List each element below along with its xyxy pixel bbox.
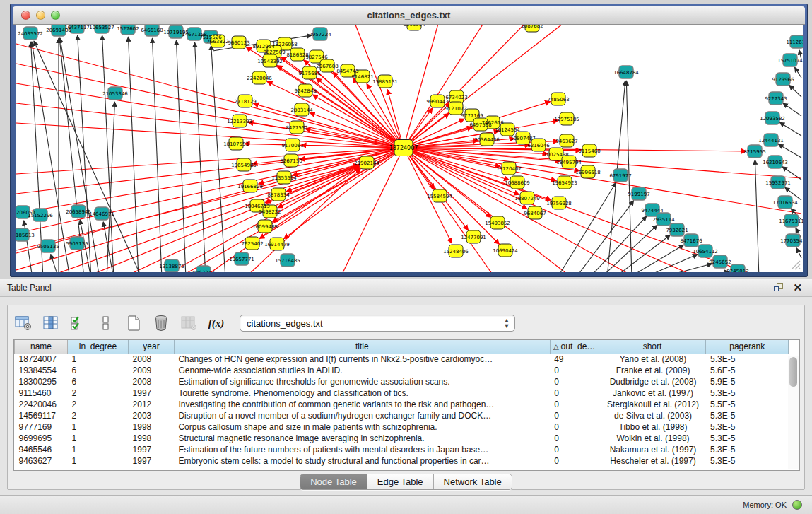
svg-text:20658945: 20658945 (66, 209, 91, 215)
svg-text:6497568: 6497568 (469, 122, 491, 128)
svg-text:21053346: 21053346 (102, 91, 128, 97)
svg-text:7932621: 7932621 (666, 228, 688, 233)
column-header-name[interactable]: name (15, 340, 68, 354)
svg-text:15716485: 15716485 (275, 258, 300, 264)
table-row[interactable]: 969969511998Structural magnetic resonanc… (15, 433, 789, 444)
minimize-window-button[interactable] (36, 11, 45, 20)
svg-text:21902144: 21902144 (354, 160, 379, 166)
svg-text:5905135: 5905135 (66, 241, 88, 247)
column-header-in_degree[interactable]: in_degree (67, 340, 128, 354)
table-settings-button[interactable] (13, 313, 33, 333)
table-tabs: Node Table Edge Table Network Table (300, 474, 512, 490)
svg-text:14646971: 14646971 (89, 211, 114, 217)
window-title: citations_edges.txt (13, 10, 805, 21)
svg-text:2935114: 2935114 (652, 217, 675, 223)
svg-text:24035572: 24035572 (18, 31, 43, 37)
svg-text:2087682: 2087682 (521, 25, 543, 29)
svg-text:8454749: 8454749 (336, 69, 358, 74)
svg-text:18807249: 18807249 (514, 196, 540, 201)
svg-text:9121072: 9121072 (445, 106, 466, 112)
close-panel-icon[interactable]: ✕ (793, 282, 802, 293)
new-table-button[interactable] (124, 313, 143, 333)
dropdown-arrows-icon: ▲▼ (502, 317, 514, 329)
scrollbar-thumb[interactable] (789, 357, 797, 387)
svg-text:10690424: 10690424 (493, 248, 518, 254)
svg-text:1112614: 1112614 (786, 40, 803, 45)
table-row[interactable]: 911546021997Tourette syndrome. Phenomeno… (15, 387, 789, 399)
svg-text:9115460: 9115460 (578, 148, 600, 154)
svg-text:7625402: 7625402 (241, 241, 263, 247)
row-options-button[interactable] (96, 313, 116, 333)
table-row[interactable]: 1938455462009Genome-wide association stu… (15, 365, 789, 376)
svg-text:9245012: 9245012 (726, 269, 748, 273)
svg-text:15584594: 15584594 (427, 194, 452, 199)
svg-text:8878334: 8878334 (267, 192, 290, 198)
svg-text:19654985: 19654985 (231, 163, 257, 168)
svg-text:15751074: 15751074 (777, 58, 803, 64)
delete-table-button[interactable] (151, 313, 171, 333)
column-header-title[interactable]: title (174, 340, 550, 354)
svg-text:6466160: 6466160 (141, 28, 163, 33)
svg-text:9505135: 9505135 (37, 244, 59, 250)
table-row[interactable]: 946362711997Embryonic stem cells: a mode… (15, 455, 789, 467)
function-icon: f(x) (208, 317, 225, 329)
svg-text:8427552: 8427552 (286, 125, 307, 131)
table-selector-value: citations_edges.txt (247, 318, 502, 329)
svg-text:9146821: 9146821 (351, 74, 373, 80)
table-scrollbar[interactable] (788, 356, 799, 469)
svg-text:16099489: 16099489 (252, 224, 278, 230)
resize-grip-icon[interactable] (790, 259, 801, 271)
status-bar: Memory: OK (0, 495, 812, 514)
tab-network-table[interactable]: Network Table (434, 474, 512, 489)
table-panel-body: f(x) citations_edges.txt ▲▼ namein_degre… (7, 305, 805, 490)
network-window-titlebar[interactable]: citations_edges.txt (13, 6, 805, 25)
table-selector-dropdown[interactable]: citations_edges.txt ▲▼ (240, 315, 515, 332)
column-header-pagerank[interactable]: pagerank (706, 340, 789, 354)
svg-text:15720407: 15720407 (496, 166, 522, 172)
column-header-short[interactable]: short (599, 340, 706, 354)
svg-text:9227343: 9227343 (765, 96, 787, 102)
svg-text:12444131: 12444131 (758, 138, 784, 144)
table-row[interactable]: 977716911998Corpus callosum shape and si… (15, 421, 789, 433)
svg-text:9777169: 9777169 (461, 113, 483, 119)
svg-text:19756928: 19756928 (546, 201, 572, 206)
svg-text:11675311: 11675311 (779, 218, 803, 224)
svg-text:9684067: 9684067 (524, 211, 546, 216)
column-header-year[interactable]: year (129, 340, 175, 354)
select-all-check-button[interactable] (69, 313, 88, 333)
svg-text:9827509: 9827509 (263, 49, 285, 55)
table-row[interactable]: 2242004622012Investigating the contribut… (15, 399, 789, 410)
zoom-window-button[interactable] (51, 11, 60, 20)
svg-text:1527602: 1527602 (117, 26, 139, 32)
tab-node-table[interactable]: Node Table (300, 474, 367, 489)
tab-edge-table[interactable]: Edge Table (367, 474, 434, 489)
table-row[interactable]: 1456911722003Disruption of a novel membe… (15, 410, 789, 421)
network-canvas[interactable]: 1872400724035572206914061643711710653527… (16, 25, 803, 272)
float-panel-icon[interactable] (774, 282, 784, 293)
svg-text:8471676: 8471676 (680, 238, 702, 244)
table-row[interactable]: 1830029562008Estimation of significance … (15, 376, 789, 387)
node-table[interactable]: namein_degreeyeartitle△out_de…shortpager… (13, 339, 800, 471)
svg-text:9660123: 9660123 (228, 40, 249, 46)
svg-text:20364436: 20364436 (474, 137, 500, 143)
svg-text:18226058: 18226058 (272, 42, 298, 47)
svg-text:22420046: 22420046 (247, 76, 272, 81)
function-builder-button[interactable]: f(x) (206, 313, 226, 333)
svg-text:12975185: 12975185 (554, 117, 579, 122)
svg-text:8813054: 8813054 (403, 25, 425, 28)
select-columns-button[interactable] (41, 313, 61, 333)
column-header-out_de[interactable]: △out_de… (550, 340, 599, 354)
svg-text:12093582: 12093582 (760, 116, 785, 122)
citation-graph[interactable]: 1872400724035572206914061643711710653527… (16, 25, 803, 272)
svg-text:16210643: 16210643 (763, 160, 788, 165)
table-panel-title: Table Panel (7, 283, 52, 293)
svg-text:2967608: 2967608 (316, 64, 338, 69)
table-row[interactable]: 946554611997Estimation of the future num… (15, 444, 789, 455)
close-window-button[interactable] (21, 11, 30, 20)
table-row[interactable]: 1872400712008Changes of HCN gene express… (15, 354, 789, 365)
network-window[interactable]: citations_edges.txt 18724007240355722069… (10, 4, 808, 277)
memory-ok-indicator-icon (792, 500, 802, 510)
svg-text:5498222: 5498222 (259, 209, 281, 215)
svg-text:9170061: 9170061 (281, 143, 303, 148)
svg-text:6216046: 6216046 (527, 143, 550, 148)
